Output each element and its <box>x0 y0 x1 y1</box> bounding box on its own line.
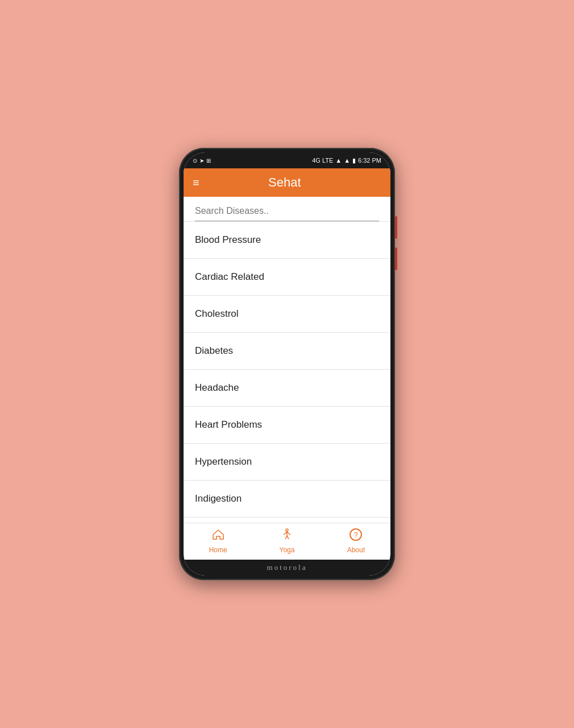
list-item[interactable]: Blood Pressure <box>184 222 390 259</box>
list-item-text: Heart Problems <box>195 419 262 430</box>
disease-list: Blood PressureCardiac RelatedCholestrolD… <box>184 222 390 523</box>
nav-label-yoga: Yoga <box>280 546 295 554</box>
home-icon <box>211 528 225 545</box>
side-button-top <box>395 216 397 239</box>
about-icon: ? <box>349 528 363 545</box>
signal-icon: ▲ <box>335 157 342 164</box>
search-container <box>184 197 390 221</box>
network-label: 4G LTE <box>312 157 333 164</box>
phone-screen: ⊙ ➤ ⊞ 4G LTE ▲ ▲ ▮ 6:32 PM ≡ Sehat Blood… <box>184 152 390 576</box>
time-label: 6:32 PM <box>358 157 381 164</box>
motorola-bar: motorola <box>184 560 390 576</box>
list-item-text: Blood Pressure <box>195 234 261 245</box>
yoga-icon <box>280 528 294 545</box>
side-button-mid <box>395 247 397 270</box>
list-item-text: Headache <box>195 382 239 393</box>
nav-label-about: About <box>347 546 365 554</box>
battery-icon: ▮ <box>352 157 356 164</box>
phone-frame: ⊙ ➤ ⊞ 4G LTE ▲ ▲ ▮ 6:32 PM ≡ Sehat Blood… <box>179 148 395 580</box>
svg-point-0 <box>286 529 288 531</box>
list-item[interactable]: Indigestion <box>184 481 390 518</box>
list-item[interactable]: Hypertension <box>184 444 390 481</box>
notch <box>270 152 304 165</box>
svg-text:?: ? <box>354 531 358 539</box>
list-item[interactable]: Cardiac Related <box>184 259 390 296</box>
status-bar-right: 4G LTE ▲ ▲ ▮ 6:32 PM <box>312 157 381 164</box>
list-item[interactable]: Headache <box>184 370 390 407</box>
app-header: ≡ Sehat <box>184 168 390 197</box>
nav-item-home[interactable]: Home <box>201 528 235 554</box>
list-item[interactable]: Diabetes <box>184 333 390 370</box>
nav-item-about[interactable]: ?About <box>339 528 373 554</box>
motorola-label: motorola <box>267 563 307 572</box>
list-item-text: Cardiac Related <box>195 271 264 282</box>
wifi-icon: ▲ <box>344 157 350 164</box>
navigation-icon: ➤ <box>199 158 204 164</box>
status-bar: ⊙ ➤ ⊞ 4G LTE ▲ ▲ ▮ 6:32 PM <box>184 152 390 168</box>
jio-icon: ⊙ <box>193 158 197 164</box>
list-item-text: Diabetes <box>195 345 233 356</box>
search-input[interactable] <box>195 204 379 221</box>
list-item-text: Cholestrol <box>195 308 239 319</box>
hamburger-icon[interactable]: ≡ <box>193 176 199 189</box>
nav-label-home: Home <box>209 546 227 554</box>
bottom-nav: HomeYoga?About <box>184 523 390 560</box>
list-item-text: Hypertension <box>195 456 252 467</box>
list-item[interactable]: Heart Problems <box>184 407 390 444</box>
list-item[interactable]: Cholestrol <box>184 296 390 333</box>
image-icon: ⊞ <box>206 158 211 164</box>
status-bar-left: ⊙ ➤ ⊞ <box>193 158 211 164</box>
nav-item-yoga[interactable]: Yoga <box>270 528 304 554</box>
list-item-text: Indigestion <box>195 493 242 504</box>
app-title: Sehat <box>209 175 361 190</box>
